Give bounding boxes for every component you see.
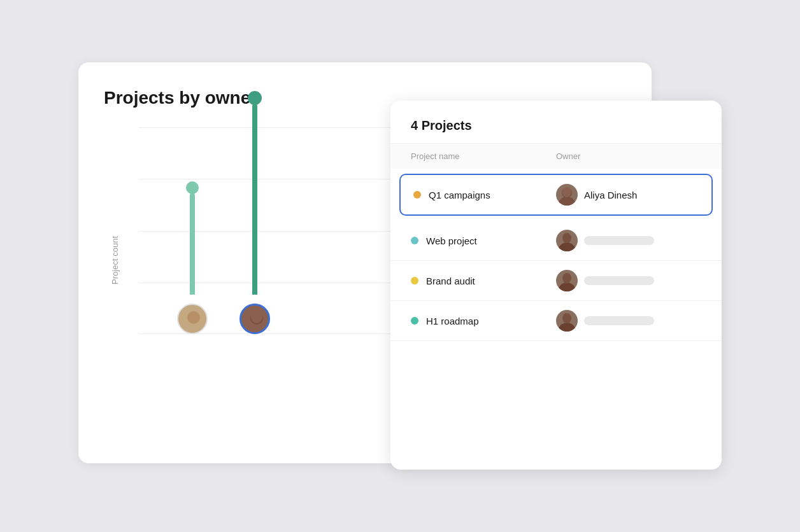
status-dot-1 [413, 191, 421, 199]
project-name-1: Q1 campaigns [429, 190, 490, 200]
bar-stem-1 [190, 193, 195, 295]
owner-cell-4 [556, 310, 701, 332]
status-dot-4 [411, 317, 418, 325]
svg-point-14 [562, 313, 571, 323]
scene: Projects by owner Project count [66, 50, 734, 482]
owner-cell-2 [556, 230, 701, 251]
svg-point-9 [558, 242, 576, 251]
avatar-2-selected [239, 304, 270, 334]
owner-cell-1: Aliya Dinesh [556, 184, 699, 206]
bar-stem-2 [252, 104, 257, 295]
col-header-owner: Owner [556, 151, 701, 161]
projects-card: 4 Projects Project name Owner Q1 campaig… [390, 101, 722, 470]
bar-with-dot-1 [186, 181, 199, 295]
svg-point-5 [251, 311, 262, 323]
bar-group-2 [239, 91, 270, 334]
table-header: Project name Owner [390, 144, 722, 169]
svg-point-6 [558, 197, 576, 206]
svg-point-2 [187, 311, 200, 324]
bar-with-dot-2 [248, 91, 262, 295]
owner-avatar-svg-2 [556, 230, 578, 251]
project-name-3: Brand audit [426, 276, 475, 286]
y-axis-label: Project count [110, 236, 120, 284]
card-header: 4 Projects [390, 101, 722, 144]
table-row-selected[interactable]: Q1 campaigns Aliya Dinesh [399, 174, 713, 216]
owner-avatar-4 [556, 310, 578, 332]
status-dot-2 [411, 237, 418, 244]
table-row-4[interactable]: H1 roadmap [390, 301, 722, 341]
bar-dot-1 [186, 181, 199, 194]
project-name-cell-1: Q1 campaigns [413, 190, 556, 200]
project-name-4: H1 roadmap [426, 316, 479, 326]
project-name-cell-3: Brand audit [411, 276, 556, 286]
col-header-project: Project name [411, 151, 556, 161]
svg-point-8 [562, 187, 571, 197]
owner-placeholder-2 [584, 236, 654, 245]
owner-avatar-svg-1 [556, 184, 578, 206]
project-name-2: Web project [426, 235, 477, 246]
status-dot-3 [411, 277, 418, 284]
avatar-svg-1 [178, 305, 208, 334]
svg-point-12 [562, 273, 571, 283]
svg-point-3 [245, 325, 268, 334]
projects-count: 4 Projects [411, 118, 701, 133]
owner-avatar-1 [556, 184, 578, 206]
avatar-svg-2 [241, 305, 270, 334]
svg-point-10 [562, 233, 571, 243]
avatar-1 [177, 304, 208, 334]
table-row-2[interactable]: Web project [390, 221, 722, 261]
owner-avatar-svg-4 [556, 310, 578, 332]
project-name-cell-2: Web project [411, 235, 556, 246]
owner-cell-3 [556, 270, 701, 291]
bar-dot-2 [248, 91, 262, 105]
owner-placeholder-4 [584, 316, 654, 325]
bar-group-1 [177, 181, 208, 334]
svg-point-13 [558, 323, 576, 332]
table-row-3[interactable]: Brand audit [390, 261, 722, 301]
owner-placeholder-3 [584, 276, 654, 285]
owner-name-1: Aliya Dinesh [584, 190, 637, 200]
project-name-cell-4: H1 roadmap [411, 316, 556, 326]
owner-avatar-svg-3 [556, 270, 578, 291]
bars-area [139, 91, 270, 334]
svg-point-0 [182, 324, 205, 334]
owner-avatar-3 [556, 270, 578, 291]
owner-avatar-2 [556, 230, 578, 251]
svg-point-11 [558, 283, 576, 291]
